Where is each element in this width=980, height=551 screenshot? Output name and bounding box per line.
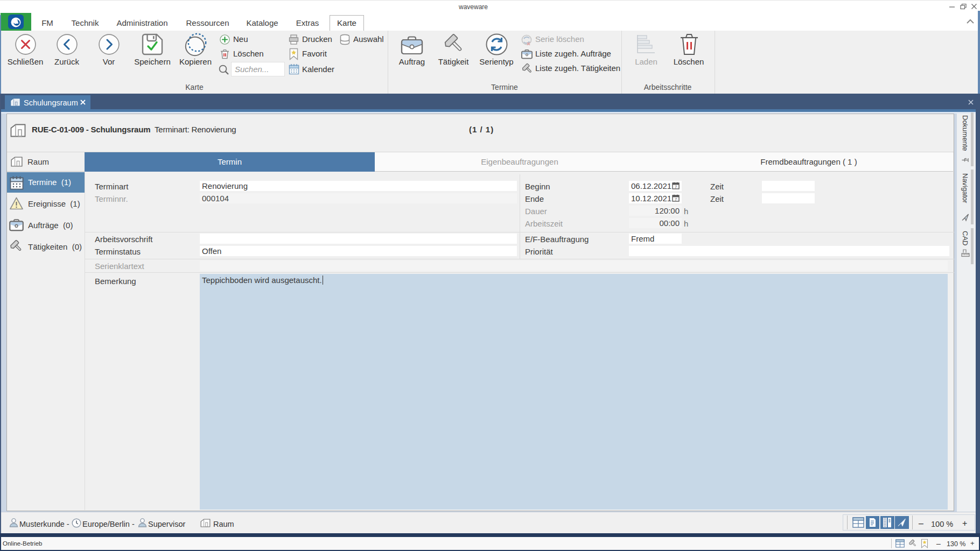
svg-text:7: 7 (675, 185, 677, 189)
svg-text:7: 7 (675, 197, 677, 202)
